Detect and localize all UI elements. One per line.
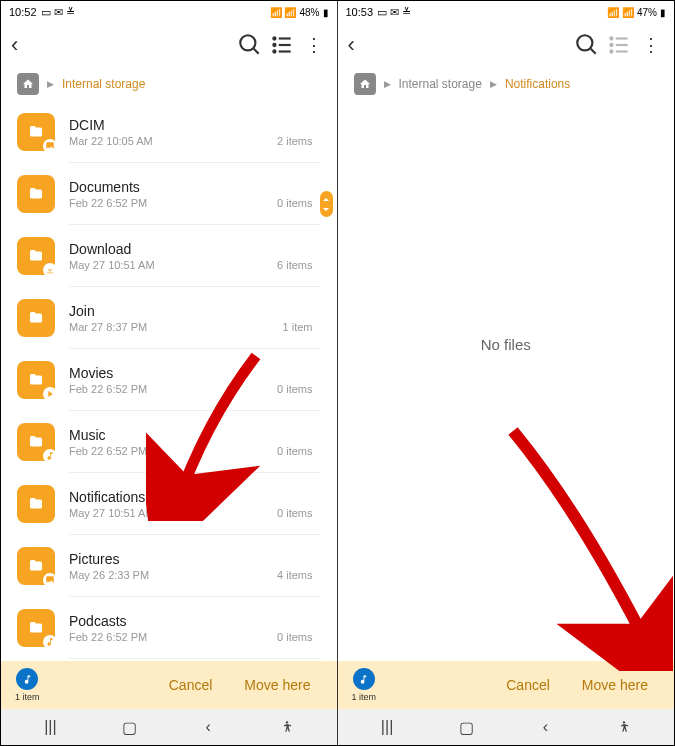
- back-button[interactable]: ‹: [11, 32, 35, 58]
- folder-row[interactable]: Movies Feb 22 6:52 PM 0 items: [1, 349, 337, 411]
- svg-point-10: [610, 37, 612, 39]
- svg-point-6: [286, 721, 288, 723]
- music-badge-icon: [43, 635, 57, 649]
- svg-point-13: [623, 721, 625, 723]
- view-icon[interactable]: [269, 32, 295, 58]
- image-badge-icon: [43, 139, 57, 153]
- thumb-label: 1 item: [15, 692, 40, 702]
- recents-button[interactable]: |||: [372, 718, 402, 736]
- cancel-button[interactable]: Cancel: [157, 677, 225, 693]
- folder-name: Notifications: [69, 489, 313, 505]
- folder-date: Mar 27 8:37 PM: [69, 321, 147, 333]
- home-button[interactable]: ▢: [114, 718, 144, 737]
- folder-row[interactable]: Music Feb 22 6:52 PM 0 items: [1, 411, 337, 473]
- breadcrumb[interactable]: ▶ Internal storage ▶ Notifications: [338, 67, 675, 101]
- folder-row[interactable]: DCIM Mar 22 10:05 AM 2 items: [1, 101, 337, 163]
- nav-bar: ||| ▢ ‹: [1, 709, 337, 745]
- folder-icon: [17, 609, 55, 647]
- breadcrumb-parent[interactable]: Internal storage: [399, 77, 482, 91]
- selected-item-thumb[interactable]: 1 item: [352, 668, 377, 702]
- breadcrumb-current[interactable]: Notifications: [505, 77, 570, 91]
- search-icon[interactable]: [574, 32, 600, 58]
- move-here-button[interactable]: Move here: [232, 677, 322, 693]
- breadcrumb-current[interactable]: Internal storage: [62, 77, 145, 91]
- battery-text: 48%: [299, 7, 319, 18]
- signal-icons: 📶 📶: [270, 7, 297, 18]
- folder-list-empty: No files: [338, 101, 675, 661]
- nav-bar: ||| ▢ ‹: [338, 709, 675, 745]
- folder-row[interactable]: Join Mar 27 8:37 PM 1 item: [1, 287, 337, 349]
- folder-name: Documents: [69, 179, 313, 195]
- top-bar: ‹ ⋮: [1, 23, 337, 67]
- folder-count: 0 items: [277, 383, 312, 395]
- folder-name: DCIM: [69, 117, 313, 133]
- music-file-icon: [16, 668, 38, 690]
- folder-name: Pictures: [69, 551, 313, 567]
- breadcrumb[interactable]: ▶ Internal storage: [1, 67, 337, 101]
- home-button[interactable]: ▢: [451, 718, 481, 737]
- clock: 10:53: [346, 6, 374, 18]
- recents-button[interactable]: |||: [35, 718, 65, 736]
- folder-icon: [17, 113, 55, 151]
- folder-date: Feb 22 6:52 PM: [69, 383, 147, 395]
- back-button-nav[interactable]: ‹: [530, 718, 560, 736]
- clock: 10:52: [9, 6, 37, 18]
- folder-name: Join: [69, 303, 313, 319]
- music-file-icon: [353, 668, 375, 690]
- folder-list: DCIM Mar 22 10:05 AM 2 items Documents F…: [1, 101, 337, 661]
- folder-name: Download: [69, 241, 313, 257]
- notif-icons: ▭ ✉ ≚: [41, 6, 75, 19]
- download-badge-icon: [43, 263, 57, 277]
- folder-date: May 27 10:51 AM: [69, 259, 155, 271]
- action-bar: 1 item Cancel Move here: [338, 661, 675, 709]
- folder-row[interactable]: Download May 27 10:51 AM 6 items: [1, 225, 337, 287]
- play-badge-icon: [43, 387, 57, 401]
- folder-icon: [17, 175, 55, 213]
- svg-point-4: [273, 44, 275, 46]
- folder-row[interactable]: Documents Feb 22 6:52 PM 0 items: [1, 163, 337, 225]
- folder-date: Feb 22 6:52 PM: [69, 197, 147, 209]
- music-badge-icon: [43, 449, 57, 463]
- svg-point-12: [610, 50, 612, 52]
- action-bar: 1 item Cancel Move here: [1, 661, 337, 709]
- folder-count: 4 items: [277, 569, 312, 581]
- folder-row[interactable]: Podcasts Feb 22 6:52 PM 0 items: [1, 597, 337, 659]
- folder-icon: [17, 547, 55, 585]
- back-button[interactable]: ‹: [348, 32, 372, 58]
- top-bar: ‹ ⋮: [338, 23, 675, 67]
- cancel-button[interactable]: Cancel: [494, 677, 562, 693]
- scroll-handle[interactable]: [320, 191, 333, 217]
- status-bar: 10:53 ▭ ✉ ≚ 📶 📶 47% ▮: [338, 1, 675, 23]
- chevron-icon: ▶: [47, 79, 54, 89]
- folder-count: 0 items: [277, 507, 312, 519]
- image-badge-icon: [43, 573, 57, 587]
- folder-icon: [17, 361, 55, 399]
- more-icon[interactable]: ⋮: [638, 32, 664, 58]
- move-here-button[interactable]: Move here: [570, 677, 660, 693]
- folder-name: Movies: [69, 365, 313, 381]
- svg-point-5: [273, 50, 275, 52]
- selected-item-thumb[interactable]: 1 item: [15, 668, 40, 702]
- folder-icon: [17, 423, 55, 461]
- back-button-nav[interactable]: ‹: [193, 718, 223, 736]
- svg-point-11: [610, 44, 612, 46]
- accessibility-button[interactable]: [609, 720, 639, 734]
- battery-text: 47%: [637, 7, 657, 18]
- folder-icon: [17, 485, 55, 523]
- folder-row[interactable]: Pictures May 26 2:33 PM 4 items: [1, 535, 337, 597]
- folder-icon: [17, 237, 55, 275]
- view-icon[interactable]: [606, 32, 632, 58]
- home-icon[interactable]: [354, 73, 376, 95]
- svg-point-3: [273, 37, 275, 39]
- folder-count: 0 items: [277, 445, 312, 457]
- folder-row[interactable]: Notifications May 27 10:51 AM 0 items: [1, 473, 337, 535]
- home-icon[interactable]: [17, 73, 39, 95]
- chevron-icon: ▶: [490, 79, 497, 89]
- chevron-icon: ▶: [384, 79, 391, 89]
- folder-name: Podcasts: [69, 613, 313, 629]
- folder-count: 6 items: [277, 259, 312, 271]
- accessibility-button[interactable]: [272, 720, 302, 734]
- folder-date: May 27 10:51 AM: [69, 507, 155, 519]
- more-icon[interactable]: ⋮: [301, 32, 327, 58]
- search-icon[interactable]: [237, 32, 263, 58]
